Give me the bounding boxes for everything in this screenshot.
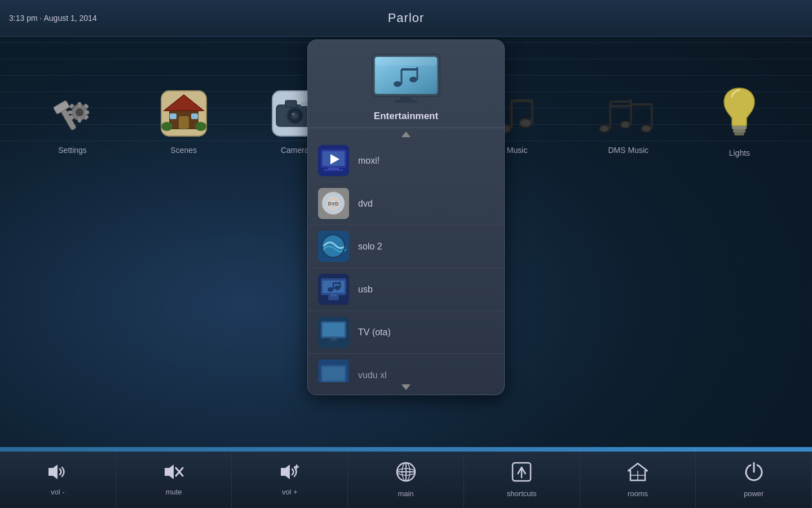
music-label: Music <box>507 146 528 155</box>
svg-rect-46 <box>631 103 652 106</box>
footer-buttons: vol - mute <box>0 452 812 508</box>
entertainment-item-solo2[interactable]: solo 2 <box>308 225 504 268</box>
mute-button[interactable]: mute <box>116 452 232 508</box>
svg-rect-59 <box>400 97 412 100</box>
svg-point-33 <box>520 120 531 126</box>
svg-rect-15 <box>179 116 189 129</box>
dms-music-label: DMS Music <box>608 146 648 155</box>
bottom-bar: vol - mute <box>0 447 812 508</box>
svg-point-40 <box>621 122 629 128</box>
svg-point-18 <box>161 122 173 131</box>
entertainment-list: moxi! DVD <box>308 139 504 382</box>
usb-icon <box>318 274 349 305</box>
settings-icon-item[interactable]: Settings <box>39 88 107 155</box>
main-icon <box>396 462 416 486</box>
camera-label: Camera <box>281 146 309 155</box>
svg-marker-97 <box>48 465 58 479</box>
power-icon <box>744 462 764 486</box>
mute-icon <box>164 463 184 484</box>
dms-music-icon <box>594 88 662 139</box>
svg-point-37 <box>601 126 608 132</box>
vol-minus-button[interactable]: vol - <box>0 452 116 508</box>
entertainment-item-tv-ota[interactable]: TV (ota) <box>308 311 504 354</box>
vudu-xl-icon <box>318 360 349 382</box>
dvd-icon: DVD <box>318 188 349 219</box>
power-button[interactable]: power <box>696 452 812 508</box>
svg-rect-4 <box>78 102 81 107</box>
svg-point-81 <box>328 287 333 292</box>
solo2-label: solo 2 <box>358 242 382 252</box>
entertainment-panel: Entertainment moxi! <box>307 40 505 395</box>
svg-rect-16 <box>170 113 176 119</box>
usb-label: usb <box>358 284 373 295</box>
svg-rect-49 <box>733 129 745 133</box>
svg-point-83 <box>334 286 340 290</box>
main-label: main <box>398 489 413 498</box>
svg-rect-96 <box>323 367 345 380</box>
entertainment-panel-title: Entertainment <box>374 111 438 122</box>
main-button[interactable]: main <box>348 452 464 508</box>
svg-marker-98 <box>165 465 174 479</box>
vol-plus-button[interactable]: vol + <box>232 452 348 508</box>
rooms-button[interactable]: rooms <box>580 452 696 508</box>
svg-rect-35 <box>511 99 533 102</box>
moxi-label: moxi! <box>358 156 379 166</box>
svg-point-43 <box>642 126 650 132</box>
svg-rect-61 <box>375 57 437 65</box>
mute-label: mute <box>166 488 182 496</box>
shortcuts-label: shortcuts <box>507 489 537 498</box>
vol-plus-icon <box>280 463 300 484</box>
svg-point-19 <box>195 122 206 131</box>
svg-rect-45 <box>610 100 632 103</box>
entertainment-item-usb[interactable]: usb <box>308 268 504 311</box>
svg-rect-92 <box>330 338 337 341</box>
svg-point-54 <box>394 81 401 87</box>
entertainment-item-vudu-xl[interactable]: vudu xl <box>308 354 504 382</box>
entertainment-panel-header: Entertainment <box>308 40 504 128</box>
vol-minus-icon <box>47 463 68 484</box>
svg-rect-58 <box>401 68 418 71</box>
vol-plus-label: vol + <box>282 488 298 496</box>
svg-point-56 <box>409 77 417 82</box>
entertainment-item-moxi[interactable]: moxi! <box>308 139 504 182</box>
shortcuts-button[interactable]: shortcuts <box>464 452 580 508</box>
dvd-label: dvd <box>358 199 373 209</box>
svg-rect-5 <box>78 118 81 122</box>
svg-rect-26 <box>285 100 297 107</box>
vudu-xl-label: vudu xl <box>358 370 387 380</box>
svg-point-25 <box>292 113 294 115</box>
progress-bar <box>0 447 812 452</box>
dms-music-icon-item[interactable]: DMS Music <box>594 88 662 155</box>
main-area: Settings <box>0 37 812 440</box>
svg-text:DVD: DVD <box>328 201 339 207</box>
svg-rect-47 <box>610 105 632 107</box>
tv-ota-label: TV (ota) <box>358 327 391 338</box>
svg-rect-7 <box>85 111 89 114</box>
shortcuts-icon <box>511 462 532 486</box>
scenes-icon <box>158 88 209 139</box>
scroll-down-indicator[interactable] <box>401 384 411 390</box>
solo2-icon <box>318 231 349 262</box>
svg-rect-91 <box>323 323 345 336</box>
lights-label: Lights <box>729 148 750 157</box>
svg-marker-101 <box>281 465 290 479</box>
scenes-icon-item[interactable]: Scenes <box>150 88 218 155</box>
svg-point-3 <box>76 108 83 116</box>
vol-minus-label: vol - <box>51 488 65 496</box>
svg-rect-60 <box>395 100 417 103</box>
settings-label: Settings <box>58 146 87 155</box>
header: 3:13 pm · August 1, 2014 Parlor <box>0 0 812 37</box>
scroll-up-indicator[interactable] <box>401 132 411 137</box>
svg-rect-87 <box>330 294 337 296</box>
svg-rect-48 <box>732 126 747 129</box>
rooms-label: rooms <box>628 489 648 498</box>
lights-icon <box>720 85 759 142</box>
svg-rect-93 <box>328 341 339 343</box>
svg-rect-67 <box>328 168 339 170</box>
scenes-label: Scenes <box>170 146 197 155</box>
lights-icon-item[interactable]: Lights <box>705 85 773 157</box>
svg-rect-17 <box>191 113 198 119</box>
header-time: 3:13 pm · August 1, 2014 <box>9 14 97 23</box>
entertainment-item-dvd[interactable]: DVD dvd <box>308 182 504 225</box>
svg-rect-85 <box>333 282 341 284</box>
